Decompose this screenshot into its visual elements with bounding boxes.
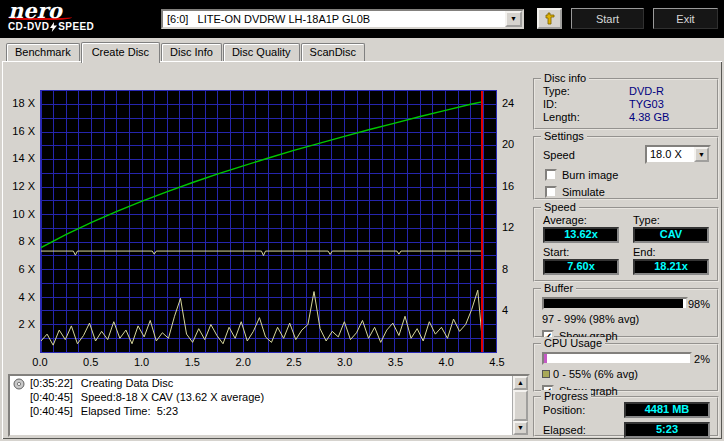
drive-select-value: [6:0] LITE-ON DVDRW LH-18A1P GL0B <box>167 12 370 26</box>
checkbox-box <box>545 186 557 198</box>
x-axis-label: 3.5 <box>383 356 407 368</box>
y-axis-right-label: 4 <box>502 304 508 316</box>
x-axis-label: 0.0 <box>28 356 52 368</box>
log-time: [0:40:45] <box>30 391 73 404</box>
speed-setting-label: Speed <box>543 149 645 161</box>
buffer-line <box>41 251 482 255</box>
log-text: Creating Data Disc <box>81 377 173 390</box>
group-title: Disc info <box>541 72 589 85</box>
log-text: Elapsed Time: 5:23 <box>81 405 178 418</box>
x-axis-label: 4.5 <box>485 356 509 368</box>
start-button[interactable]: Start <box>571 8 644 29</box>
disc-type-row: Type: DVD-R <box>535 85 717 98</box>
progress-group: Progress Position: 4481 MB Elapsed: 5:23 <box>533 396 719 437</box>
status-log[interactable]: [0:35:22] Creating Data Disc [0:40:45] S… <box>8 374 530 437</box>
y-axis-right-label: 24 <box>502 97 514 109</box>
start-speed-value: 7.60x <box>543 259 619 275</box>
tab-disc-info[interactable]: Disc Info <box>161 43 222 61</box>
log-text: Speed:8-18 X CAV (13.62 X average) <box>81 391 264 404</box>
y-axis-left: 18 X16 X14 X12 X10 X8 X6 X4 X2 X <box>4 90 37 353</box>
average-value: 13.62x <box>543 227 619 243</box>
chevron-down-icon[interactable]: ▼ <box>505 11 522 27</box>
tab-disc-quality[interactable]: Disc Quality <box>223 43 300 61</box>
y-axis-right-label: 16 <box>502 180 514 192</box>
app-header: nero CD-DVD SPEED [6:0] LITE-ON DVDRW LH… <box>0 0 724 38</box>
options-hand-button[interactable] <box>537 8 562 29</box>
buffer-bar-fill <box>544 299 683 308</box>
lightning-icon <box>50 22 57 32</box>
speed-select-value: 18.0 X <box>650 147 682 161</box>
log-entry: [0:40:45] Speed:8-18 X CAV (13.62 X aver… <box>10 390 528 404</box>
x-axis-label: 2.0 <box>231 356 255 368</box>
group-title: CPU Usage <box>541 337 605 350</box>
write-speed-chart <box>40 90 497 353</box>
y-axis-left-label: 2 X <box>18 318 35 330</box>
x-axis: 0.00.51.01.52.02.53.03.54.04.5 <box>40 356 497 370</box>
exit-button[interactable]: Exit <box>653 8 718 29</box>
average-label: Average: <box>543 214 619 227</box>
cpu-range-text: 0 - 55% (6% avg) <box>535 365 717 380</box>
cpu-bar <box>542 352 692 365</box>
type-value: CAV <box>633 227 709 243</box>
disc-length-label: Length: <box>543 111 629 124</box>
chevron-down-icon[interactable]: ▼ <box>694 147 709 162</box>
log-entry-icon <box>13 378 26 390</box>
x-axis-label: 1.0 <box>130 356 154 368</box>
y-axis-left-label: 14 X <box>12 152 35 164</box>
disc-id-label: ID: <box>543 98 629 111</box>
settings-group: Settings Speed 18.0 X ▼ Burn image Simul… <box>533 136 719 200</box>
disc-id-row: ID: TYG03 <box>535 98 717 111</box>
tab-bar: Benchmark Create Disc Disc Info Disc Qua… <box>6 41 366 62</box>
scroll-up-icon[interactable]: ▲ <box>513 376 528 390</box>
elapsed-label: Elapsed: <box>543 424 586 436</box>
end-speed-value: 18.21x <box>633 259 709 275</box>
speed-select[interactable]: 18.0 X ▼ <box>645 145 711 164</box>
y-axis-left-label: 12 X <box>12 180 35 192</box>
cpu-range-value: 0 - 55% (6% avg) <box>553 368 638 380</box>
cpu-percent: 2% <box>694 353 710 365</box>
product-name: CD-DVD SPEED <box>8 21 94 32</box>
buffer-group: Buffer 98% 97 - 99% (98% avg) ✓ Show gra… <box>533 288 719 338</box>
checkbox-simulate[interactable]: Simulate <box>545 186 717 198</box>
position-value: 4481 MB <box>624 402 710 418</box>
checkbox-label: Simulate <box>562 186 605 198</box>
nero-brand-text: nero <box>8 0 94 21</box>
checkbox-burn-image[interactable]: Burn image <box>545 169 717 181</box>
checkbox-label: Burn image <box>562 169 618 181</box>
group-title: Buffer <box>541 282 576 295</box>
speed-group: Speed Average: Type: 13.62x CAV Start: E… <box>533 207 719 282</box>
disc-length-value: 4.38 GB <box>629 111 669 124</box>
tab-scandisc[interactable]: ScanDisc <box>301 43 365 61</box>
scroll-thumb[interactable] <box>513 390 528 421</box>
drive-select[interactable]: [6:0] LITE-ON DVDRW LH-18A1P GL0B ▼ <box>161 9 524 29</box>
y-axis-left-label: 10 X <box>12 208 35 220</box>
buffer-range-value: 97 - 99% (98% avg) <box>542 313 639 325</box>
disc-id-value: TYG03 <box>629 98 664 111</box>
y-axis-right-label: 20 <box>502 138 514 150</box>
speed-values: Average: Type: 13.62x CAV Start: End: 7.… <box>535 209 717 278</box>
log-entry: [0:40:45] Elapsed Time: 5:23 <box>10 404 528 418</box>
y-axis-left-label: 6 X <box>18 263 35 275</box>
group-title: Settings <box>541 130 587 143</box>
cpu-line <box>41 290 482 345</box>
group-title: Progress <box>541 390 591 403</box>
x-axis-label: 1.5 <box>180 356 204 368</box>
disc-type-value: DVD-R <box>629 85 664 98</box>
type-label: Type: <box>633 214 709 227</box>
buffer-range-text: 97 - 99% (98% avg) <box>535 310 717 325</box>
tab-benchmark[interactable]: Benchmark <box>6 43 80 61</box>
disc-length-row: Length: 4.38 GB <box>535 111 717 124</box>
log-scrollbar[interactable]: ▲ ▼ <box>512 376 528 435</box>
log-time: [0:35:22] <box>30 377 73 390</box>
disc-info-group: Disc info Type: DVD-R ID: TYG03 Length: … <box>533 78 719 130</box>
cpu-bar-fill <box>544 354 547 363</box>
hand-icon <box>543 12 556 25</box>
log-time: [0:40:45] <box>30 405 73 418</box>
checkbox-box <box>545 169 557 181</box>
tab-create-disc[interactable]: Create Disc <box>81 42 160 63</box>
log-entry: [0:35:22] Creating Data Disc <box>10 376 528 390</box>
nero-logo: nero CD-DVD SPEED <box>8 0 94 32</box>
scroll-down-icon[interactable]: ▼ <box>513 421 528 435</box>
buffer-percent: 98% <box>688 298 710 310</box>
x-axis-label: 2.5 <box>282 356 306 368</box>
